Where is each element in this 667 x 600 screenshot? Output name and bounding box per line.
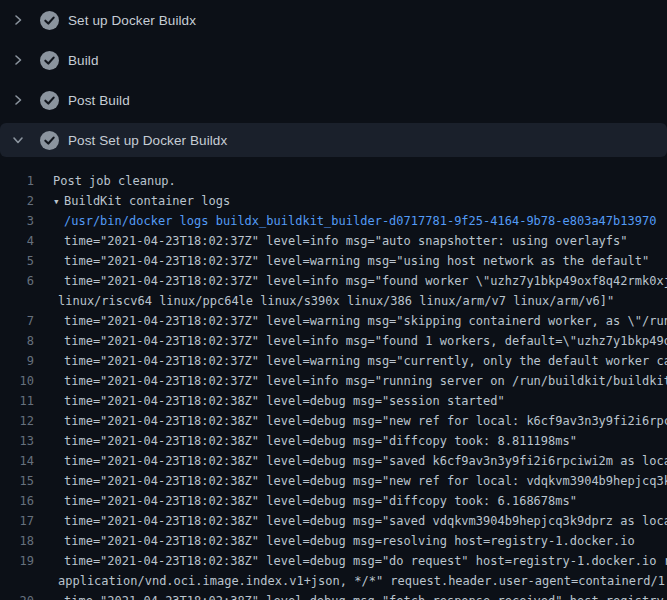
log-text: time="2021-04-23T18:02:38Z" level=debug …	[64, 591, 667, 600]
log-text: Post job cleanup.	[53, 171, 176, 191]
group-caret-icon[interactable]: ▾	[53, 192, 64, 211]
step-row-post-setup-docker-buildx[interactable]: Post Set up Docker Buildx	[0, 123, 667, 157]
log-line: 8time="2021-04-23T18:02:37Z" level=info …	[0, 331, 667, 351]
log-line: 3/usr/bin/docker logs buildx_buildkit_bu…	[0, 211, 667, 231]
log-text: linux/riscv64 linux/ppc64le linux/s390x …	[58, 291, 614, 311]
step-label: Set up Docker Buildx	[68, 13, 196, 28]
line-number[interactable]: 19	[0, 551, 34, 571]
log-line: 18time="2021-04-23T18:02:38Z" level=debu…	[0, 531, 667, 551]
log-line: 16time="2021-04-23T18:02:38Z" level=debu…	[0, 491, 667, 511]
line-number[interactable]: 20	[0, 591, 34, 600]
log-line: 7time="2021-04-23T18:02:37Z" level=warni…	[0, 311, 667, 331]
check-circle-icon	[40, 11, 59, 30]
step-label: Build	[68, 53, 99, 68]
log-line: 12time="2021-04-23T18:02:38Z" level=debu…	[0, 411, 667, 431]
step-row-setup-docker-buildx[interactable]: Set up Docker Buildx	[0, 0, 667, 40]
log-text: time="2021-04-23T18:02:38Z" level=debug …	[64, 551, 667, 571]
step-list: Set up Docker Buildx Build Post Build Po…	[0, 0, 667, 157]
log-line: 15time="2021-04-23T18:02:38Z" level=debu…	[0, 471, 667, 491]
log-text: time="2021-04-23T18:02:38Z" level=debug …	[64, 391, 505, 411]
line-number[interactable]: 10	[0, 371, 34, 391]
line-number[interactable]: 8	[0, 331, 34, 351]
line-number[interactable]: 16	[0, 491, 34, 511]
log-line: 5time="2021-04-23T18:02:37Z" level=warni…	[0, 251, 667, 271]
log-line: 14time="2021-04-23T18:02:38Z" level=debu…	[0, 451, 667, 471]
chevron-right-icon	[11, 13, 25, 27]
log-line: 20time="2021-04-23T18:02:38Z" level=debu…	[0, 591, 667, 600]
command-text: /usr/bin/docker logs buildx_buildkit_bui…	[64, 211, 656, 231]
line-number[interactable]: 3	[0, 211, 34, 231]
step-row-build[interactable]: Build	[0, 40, 667, 80]
line-number[interactable]: 7	[0, 311, 34, 331]
step-row-post-build[interactable]: Post Build	[0, 80, 667, 120]
log-text: time="2021-04-23T18:02:38Z" level=debug …	[64, 491, 577, 511]
line-number[interactable]: 17	[0, 511, 34, 531]
line-number[interactable]: 15	[0, 471, 34, 491]
log-line: 2▾BuildKit container logs	[0, 191, 667, 211]
log-line: 19time="2021-04-23T18:02:38Z" level=debu…	[0, 551, 667, 571]
line-number[interactable]: 12	[0, 411, 34, 431]
chevron-down-icon	[11, 133, 25, 147]
log-line: 17time="2021-04-23T18:02:38Z" level=debu…	[0, 511, 667, 531]
log-text: time="2021-04-23T18:02:37Z" level=warnin…	[64, 251, 649, 271]
log-lines: 1Post job cleanup.2▾BuildKit container l…	[0, 160, 667, 600]
log-line: 6time="2021-04-23T18:02:37Z" level=info …	[0, 271, 667, 291]
log-text: time="2021-04-23T18:02:37Z" level=warnin…	[64, 351, 667, 371]
log-text: time="2021-04-23T18:02:37Z" level=info m…	[64, 331, 667, 351]
check-circle-icon	[40, 131, 59, 150]
log-line: 9time="2021-04-23T18:02:37Z" level=warni…	[0, 351, 667, 371]
line-number[interactable]: 9	[0, 351, 34, 371]
log-text: time="2021-04-23T18:02:38Z" level=debug …	[64, 531, 635, 551]
line-number[interactable]: 13	[0, 431, 34, 451]
log-text[interactable]: ▾BuildKit container logs	[53, 191, 230, 211]
line-number[interactable]: 1	[0, 171, 34, 191]
line-number[interactable]: 2	[0, 191, 34, 211]
log-line: 11time="2021-04-23T18:02:38Z" level=debu…	[0, 391, 667, 411]
chevron-right-icon	[11, 53, 25, 67]
line-number	[0, 571, 34, 591]
log-line-continuation: linux/riscv64 linux/ppc64le linux/s390x …	[0, 291, 667, 311]
log-line-continuation: application/vnd.oci.image.index.v1+json,…	[0, 571, 667, 591]
log-text: time="2021-04-23T18:02:38Z" level=debug …	[64, 471, 667, 491]
check-circle-icon	[40, 51, 59, 70]
line-number[interactable]: 6	[0, 271, 34, 291]
log-text: time="2021-04-23T18:02:37Z" level=info m…	[64, 371, 667, 391]
log-text: time="2021-04-23T18:02:37Z" level=info m…	[64, 271, 667, 291]
step-label: Post Set up Docker Buildx	[68, 133, 227, 148]
log-line: 13time="2021-04-23T18:02:38Z" level=debu…	[0, 431, 667, 451]
line-number[interactable]: 4	[0, 231, 34, 251]
line-number[interactable]: 5	[0, 251, 34, 271]
chevron-right-icon	[11, 93, 25, 107]
log-text: time="2021-04-23T18:02:37Z" level=warnin…	[64, 311, 667, 331]
step-label: Post Build	[68, 93, 130, 108]
log-text: time="2021-04-23T18:02:38Z" level=debug …	[64, 511, 667, 531]
line-number[interactable]: 14	[0, 451, 34, 471]
log-line: 10time="2021-04-23T18:02:37Z" level=info…	[0, 371, 667, 391]
line-number[interactable]: 18	[0, 531, 34, 551]
log-text: application/vnd.oci.image.index.v1+json,…	[58, 571, 667, 591]
log-line: 4time="2021-04-23T18:02:37Z" level=info …	[0, 231, 667, 251]
line-number[interactable]: 11	[0, 391, 34, 411]
log-text: time="2021-04-23T18:02:38Z" level=debug …	[64, 451, 667, 471]
log-line: 1Post job cleanup.	[0, 171, 667, 191]
log-text: time="2021-04-23T18:02:38Z" level=debug …	[64, 431, 577, 451]
check-circle-icon	[40, 91, 59, 110]
log-text: time="2021-04-23T18:02:38Z" level=debug …	[64, 411, 667, 431]
line-number	[0, 291, 34, 311]
log-text: time="2021-04-23T18:02:37Z" level=info m…	[64, 231, 628, 251]
